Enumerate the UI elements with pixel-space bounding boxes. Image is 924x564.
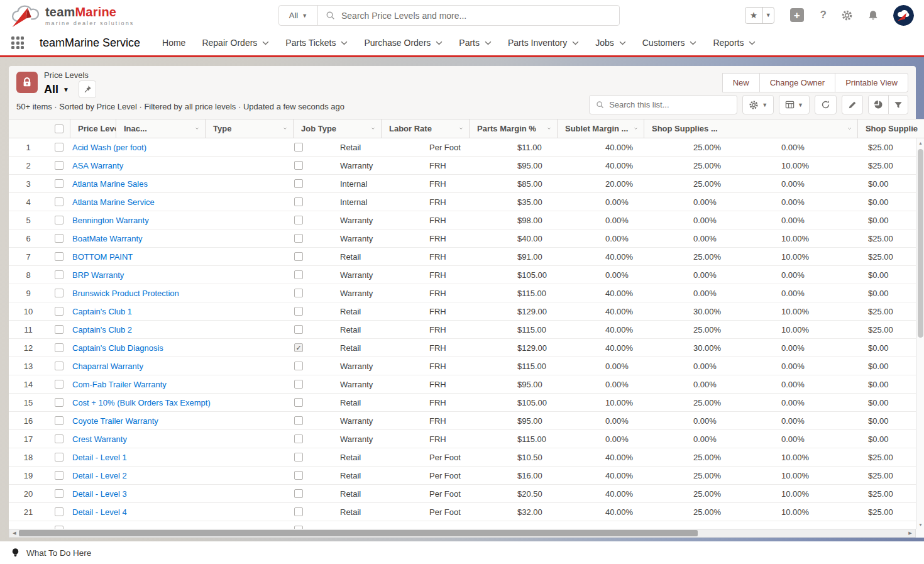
- table-row[interactable]: 18 Detail - Level 1 Retail Per Foot $10.…: [9, 448, 916, 467]
- list-view-controls-button[interactable]: ▼: [742, 95, 774, 114]
- chevron-down-icon[interactable]: [341, 41, 348, 45]
- setup-gear-icon[interactable]: [841, 9, 853, 21]
- price-level-link[interactable]: Brunswick Product Protection: [72, 289, 179, 298]
- nav-tab[interactable]: Jobs: [587, 31, 634, 55]
- inactive-checkbox[interactable]: [294, 179, 303, 188]
- chevron-down-icon[interactable]: [690, 41, 696, 45]
- list-search-input[interactable]: [604, 100, 737, 109]
- favorites-dropdown[interactable]: ▼: [762, 8, 774, 23]
- table-row[interactable]: 10 Captain's Club 1 Retail FRH $129.00 4…: [9, 302, 916, 321]
- table-row[interactable]: 15 Cost + 10% (Bulk Orders Tax Exempt) R…: [9, 394, 916, 412]
- table-row[interactable]: 8 BRP Warranty Warranty FRH $105.00 0.00…: [9, 266, 916, 284]
- horizontal-scrollbar[interactable]: ◀ ▶: [9, 529, 916, 538]
- scroll-up-arrow-icon[interactable]: ▲: [916, 138, 924, 147]
- help-button[interactable]: ?: [820, 9, 827, 21]
- row-checkbox[interactable]: [55, 161, 63, 170]
- inactive-checkbox[interactable]: [294, 489, 303, 498]
- column-header[interactable]: Inac... ↑: [116, 119, 205, 138]
- chevron-down-icon[interactable]: [619, 41, 626, 45]
- table-row[interactable]: 2 ASA Warranty Warranty FRH $95.00 40.00…: [9, 157, 916, 175]
- inactive-checkbox[interactable]: [294, 161, 303, 170]
- scroll-down-arrow-icon[interactable]: ▼: [916, 520, 924, 529]
- nav-tab[interactable]: Reports: [705, 31, 764, 55]
- user-avatar[interactable]: [893, 5, 914, 26]
- inactive-checkbox[interactable]: [294, 307, 303, 316]
- action-button[interactable]: Change Owner: [760, 73, 835, 92]
- price-level-link[interactable]: ASA Warranty: [72, 161, 123, 170]
- inactive-checkbox[interactable]: [294, 270, 303, 279]
- price-level-link[interactable]: Atlanta Marine Service: [72, 197, 155, 207]
- table-row[interactable]: 4 Atlanta Marine Service Internal FRH $3…: [9, 193, 916, 211]
- table-row[interactable]: 3 Atlanta Marine Sales Internal FRH $85.…: [9, 175, 916, 193]
- price-level-link[interactable]: Crest Warranty: [72, 434, 127, 444]
- chevron-down-icon[interactable]: [436, 41, 443, 45]
- row-checkbox[interactable]: [55, 489, 63, 498]
- global-actions-button[interactable]: +: [790, 8, 804, 22]
- chevron-down-icon[interactable]: [485, 41, 492, 45]
- inactive-checkbox[interactable]: [294, 143, 303, 152]
- table-row[interactable]: 12 Captain's Club Diagnosis Retail FRH $…: [9, 339, 916, 357]
- row-checkbox[interactable]: [55, 343, 63, 352]
- table-row[interactable]: 5 Bennington Warranty Warranty FRH $98.0…: [9, 211, 916, 229]
- nav-tab[interactable]: Purchase Orders: [356, 31, 451, 55]
- price-level-link[interactable]: Captain's Club Diagnosis: [72, 343, 163, 353]
- row-checkbox[interactable]: [55, 453, 63, 462]
- filters-button[interactable]: [888, 96, 908, 114]
- nav-tab[interactable]: Customers: [634, 31, 705, 55]
- scroll-right-arrow-icon[interactable]: ▶: [906, 529, 914, 537]
- inactive-checkbox[interactable]: [294, 434, 303, 443]
- column-header[interactable]: Labor Rate ↑: [381, 119, 469, 138]
- row-checkbox[interactable]: [55, 416, 63, 425]
- nav-tab[interactable]: Parts Tickets: [277, 31, 356, 55]
- row-checkbox[interactable]: [55, 507, 63, 516]
- price-level-link[interactable]: Cost + 10% (Bulk Orders Tax Exempt): [72, 398, 211, 407]
- row-checkbox[interactable]: [55, 197, 63, 206]
- chevron-down-icon[interactable]: [844, 126, 851, 131]
- chevron-down-icon[interactable]: [368, 126, 375, 131]
- price-level-link[interactable]: BRP Warranty: [72, 270, 124, 280]
- column-header[interactable]: Type ↑: [205, 119, 293, 138]
- inactive-checkbox[interactable]: [294, 197, 303, 206]
- price-level-link[interactable]: Captain's Club 1: [72, 307, 132, 316]
- view-selector-triangle-icon[interactable]: ▼: [63, 86, 69, 93]
- table-row[interactable]: 1 Acid Wash (per foot) Retail Per Foot $…: [9, 138, 916, 157]
- favorite-star-icon[interactable]: ★: [745, 8, 762, 23]
- row-checkbox[interactable]: [55, 216, 63, 224]
- chevron-down-icon[interactable]: [630, 126, 637, 131]
- chevron-down-icon[interactable]: [192, 126, 199, 131]
- vertical-scrollbar-thumb[interactable]: [918, 149, 923, 338]
- charts-button[interactable]: [869, 96, 888, 114]
- price-level-link[interactable]: Bennington Warranty: [72, 216, 149, 225]
- chevron-down-icon[interactable]: [262, 41, 269, 45]
- inactive-checkbox[interactable]: [294, 453, 303, 462]
- inactive-checkbox[interactable]: [294, 289, 303, 297]
- price-level-link[interactable]: Com-Fab Trailer Warranty: [72, 380, 167, 389]
- scroll-left-arrow-icon[interactable]: ◀: [11, 529, 18, 537]
- price-level-link[interactable]: Acid Wash (per foot): [72, 143, 146, 152]
- pin-list-view-button[interactable]: [79, 80, 96, 98]
- row-checkbox[interactable]: [55, 398, 63, 407]
- price-level-link[interactable]: Coyote Trailer Warranty: [72, 416, 158, 426]
- app-launcher-icon[interactable]: [11, 36, 24, 49]
- price-level-link[interactable]: Detail - Level 2: [72, 471, 127, 480]
- price-level-link[interactable]: Detail - Level 1: [72, 453, 127, 462]
- what-to-do-here-button[interactable]: What To Do Here: [11, 548, 91, 558]
- table-row[interactable]: 6 BoatMate Warranty Warranty FRH $40.00 …: [9, 229, 916, 248]
- row-checkbox[interactable]: [55, 234, 63, 243]
- chevron-down-icon[interactable]: [280, 126, 287, 131]
- chevron-down-icon[interactable]: [572, 41, 579, 45]
- table-row[interactable]: 21 Detail - Level 4 Retail Per Foot $32.…: [9, 503, 916, 521]
- column-header[interactable]: Job Type ↑: [293, 119, 381, 138]
- price-level-link[interactable]: BOTTOM PAINT: [72, 252, 133, 262]
- column-header[interactable]: Sublet Margin ... ↑: [557, 119, 644, 138]
- row-checkbox[interactable]: [55, 252, 63, 261]
- horizontal-scrollbar-thumb[interactable]: [19, 530, 698, 536]
- display-as-button[interactable]: ▼: [779, 95, 810, 114]
- table-row[interactable]: 9 Brunswick Product Protection Warranty …: [9, 284, 916, 302]
- table-row[interactable]: 20 Detail - Level 3 Retail Per Foot $20.…: [9, 485, 916, 503]
- column-header[interactable]: Shop Supplie ↑: [857, 119, 924, 138]
- column-header[interactable]: Parts Margin % ↑: [469, 119, 557, 138]
- price-level-link[interactable]: Atlanta Marine Sales: [72, 179, 148, 189]
- table-row[interactable]: 16 Coyote Trailer Warranty Warranty FRH …: [9, 412, 916, 430]
- table-row[interactable]: 19 Detail - Level 2 Retail Per Foot $16.…: [9, 467, 916, 485]
